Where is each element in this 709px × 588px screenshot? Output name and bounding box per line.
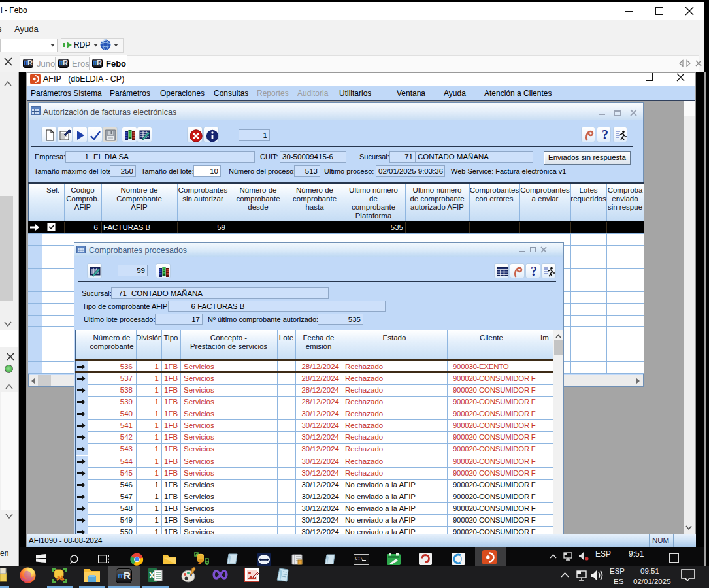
svg-text:C:\: C:\ (355, 557, 363, 561)
svg-text:?: ? (531, 266, 537, 278)
svg-text:?: ? (602, 129, 608, 141)
svg-text:X: X (149, 570, 155, 580)
